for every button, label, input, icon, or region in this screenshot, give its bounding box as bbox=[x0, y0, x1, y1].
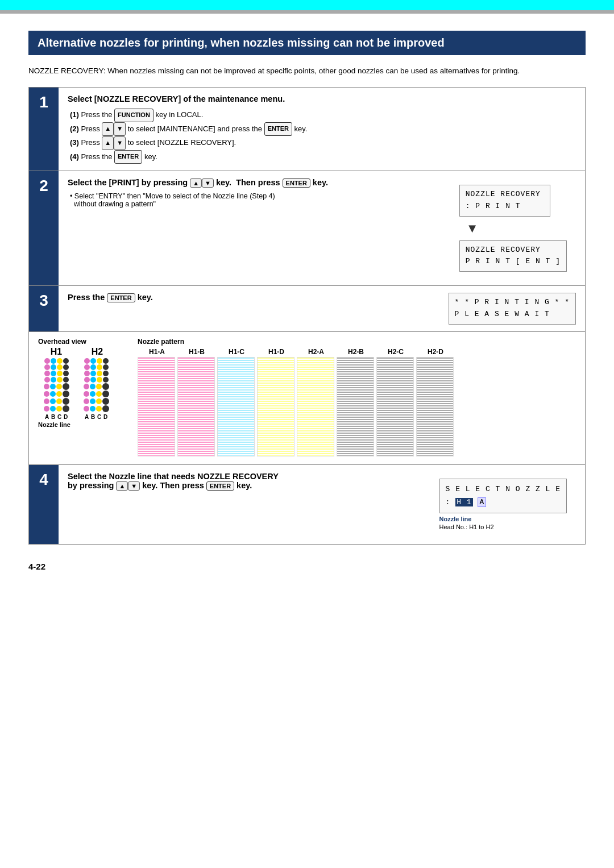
dot bbox=[96, 384, 102, 389]
lcd4-line2-prefix: : bbox=[446, 498, 456, 506]
step-1-block: 1 Select [NOZZLE RECOVERY] of the mainte… bbox=[28, 87, 586, 171]
lcd3-line2: P L E A S E W A I T bbox=[455, 310, 550, 318]
pattern-h2b bbox=[337, 357, 374, 456]
h2-row3 bbox=[78, 371, 114, 376]
dot bbox=[90, 391, 96, 397]
h2-row4 bbox=[78, 377, 114, 383]
step-4-block: 4 Select the Nozzle line that needs NOZZ… bbox=[28, 465, 586, 545]
dot bbox=[90, 371, 96, 376]
lcd1-line1: NOZZLE RECOVERY bbox=[466, 190, 541, 198]
h1-d-label: D bbox=[63, 414, 69, 420]
dot bbox=[63, 383, 69, 390]
lcd4-h1: H 1 bbox=[455, 498, 472, 506]
pattern-h1b bbox=[177, 357, 215, 456]
dot bbox=[63, 364, 69, 370]
dot bbox=[56, 398, 62, 404]
step-2-right: NOZZLE RECOVERY : P R I N T ▼ NOZZLE REC… bbox=[459, 178, 576, 279]
step-1-instr-2-text: (2) Press ▲▼ to select [MAINTENANCE] and… bbox=[70, 124, 307, 133]
h2-a-label: A bbox=[84, 414, 90, 420]
h1-abcd: A B C D bbox=[38, 414, 74, 420]
h2-label: H2 bbox=[79, 347, 115, 357]
dot bbox=[51, 358, 56, 364]
col-label-h2a: H2-A bbox=[297, 348, 335, 356]
up-key-4: ▲ bbox=[116, 481, 128, 491]
dot bbox=[44, 371, 50, 376]
down-key-2: ▼ bbox=[114, 136, 126, 150]
col-label-h2c: H2-C bbox=[376, 348, 415, 356]
dot bbox=[97, 371, 102, 376]
col-label-h2d: H2-D bbox=[416, 348, 455, 356]
step-2-subnote: • Select "ENTRY" then "Move to select of… bbox=[70, 192, 459, 208]
pattern-h1c bbox=[217, 357, 255, 456]
step-3-content-title: Press the ENTER key. bbox=[59, 286, 449, 331]
step4-head-no-note: Head No.: H1 to H2 bbox=[439, 524, 494, 530]
dot bbox=[63, 398, 69, 405]
dot bbox=[56, 384, 62, 389]
dot bbox=[103, 358, 109, 364]
step-1-instr-4-text: (4) Press the ENTER key. bbox=[70, 152, 157, 161]
lcd4-line1: S E L E C T N O Z Z L E bbox=[446, 485, 561, 493]
down-key: ▼ bbox=[114, 122, 126, 136]
lcd-display-3: * * P R I N T I N G * * P L E A S E W A … bbox=[449, 293, 576, 325]
step-2-title: Select the [PRINT] by pressing ▲▼ key. T… bbox=[68, 178, 459, 188]
step-3-block: 3 Press the ENTER key. * * P R I N T I N… bbox=[28, 286, 586, 465]
dot bbox=[50, 391, 56, 397]
down-key-3: ▼ bbox=[202, 178, 214, 188]
h2-b-label: B bbox=[90, 414, 96, 420]
pattern-col-headers: H1-A H1-B H1-C H1-D H2-A H2-B H2-C H2-D bbox=[138, 348, 576, 356]
dot bbox=[90, 358, 96, 364]
dot bbox=[63, 377, 69, 383]
step-1-instr-4: (4) Press the ENTER key. bbox=[70, 150, 576, 164]
step-2-inner: Select the [PRINT] by pressing ▲▼ key. T… bbox=[68, 178, 576, 279]
lcd3-line1: * * P R I N T I N G * * bbox=[455, 298, 570, 306]
dot bbox=[102, 383, 109, 390]
step-1-instr-1: (1) Press the FUNCTION key in LOCAL. bbox=[70, 108, 576, 122]
enter-key-1: ENTER bbox=[264, 122, 292, 136]
dot bbox=[102, 405, 109, 412]
lcd2-line1: NOZZLE RECOVERY bbox=[466, 246, 541, 254]
dot bbox=[63, 391, 69, 397]
dot bbox=[97, 377, 102, 383]
lcd-display-4: S E L E C T N O Z Z L E : H 1 A bbox=[439, 479, 567, 513]
dot bbox=[97, 358, 102, 364]
dot bbox=[44, 364, 50, 370]
dot bbox=[63, 405, 69, 412]
nozzle-line-label-overhead: Nozzle line bbox=[38, 421, 70, 428]
dot bbox=[44, 398, 49, 404]
h2-abcd: A B C D bbox=[78, 414, 114, 420]
step-3-title: Press the ENTER key. bbox=[68, 293, 439, 302]
step-4-num: 4 bbox=[29, 465, 59, 544]
dot bbox=[84, 398, 89, 404]
step-1-instructions: (1) Press the FUNCTION key in LOCAL. (2)… bbox=[70, 108, 576, 164]
dot bbox=[90, 384, 96, 389]
dot bbox=[57, 371, 63, 376]
dot bbox=[90, 377, 96, 383]
dot bbox=[103, 364, 109, 370]
dot bbox=[90, 398, 96, 404]
dot bbox=[44, 384, 49, 389]
dot bbox=[63, 358, 69, 364]
h1-row7 bbox=[38, 398, 74, 405]
dot bbox=[50, 398, 56, 404]
page-number: 4-22 bbox=[28, 562, 586, 571]
up-key: ▲ bbox=[102, 122, 114, 136]
dot bbox=[96, 391, 102, 397]
pattern-cols bbox=[138, 357, 576, 456]
step-3-upper: 3 Press the ENTER key. * * P R I N T I N… bbox=[29, 286, 585, 332]
step-3-right: * * P R I N T I N G * * P L E A S E W A … bbox=[449, 286, 585, 331]
arrow-down-icon: ▼ bbox=[466, 221, 479, 236]
h1-row6 bbox=[38, 391, 74, 397]
dot bbox=[44, 377, 50, 383]
h2-row5 bbox=[78, 383, 114, 390]
pattern-h2d bbox=[416, 357, 454, 456]
overhead-heads: H1 H2 bbox=[38, 347, 115, 357]
h1-diagram: A B C D bbox=[38, 358, 74, 420]
lcd4-a: A bbox=[478, 497, 486, 507]
h2-diagram: A B C D bbox=[78, 358, 114, 420]
pattern-section: Nozzle pattern H1-A H1-B H1-C H1-D H2-A … bbox=[138, 338, 576, 456]
overhead-title: Overhead view bbox=[38, 338, 86, 346]
dot bbox=[51, 371, 56, 376]
step-4-title: Select the Nozzle line that needs NOZZLE… bbox=[68, 472, 439, 491]
h2-row7 bbox=[78, 398, 114, 405]
step-2-num: 2 bbox=[29, 171, 59, 285]
